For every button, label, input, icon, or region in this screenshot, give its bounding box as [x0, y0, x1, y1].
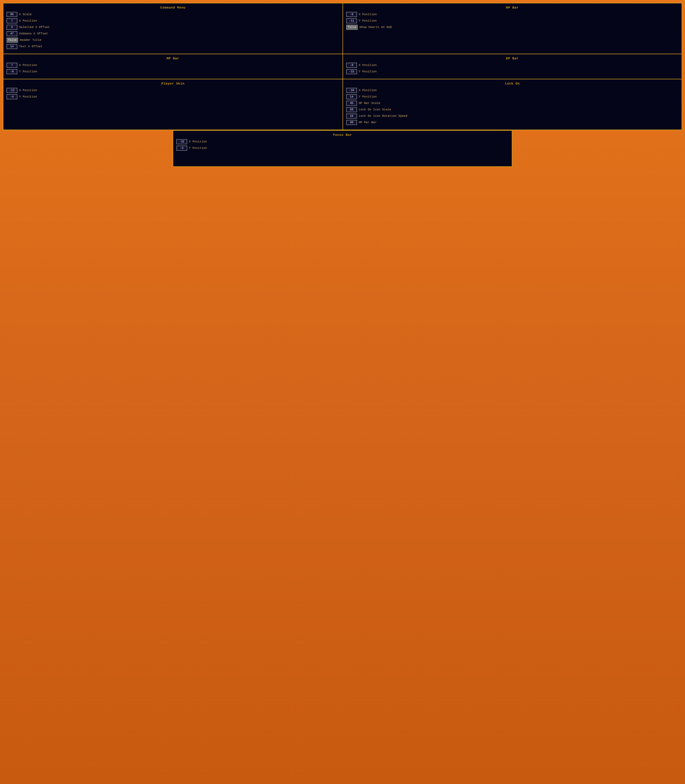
- field-value-0[interactable]: 7: [6, 63, 17, 68]
- field-value-1[interactable]: -8: [6, 69, 17, 74]
- field-value-1[interactable]: 7: [6, 18, 17, 23]
- lock-on-title: Lock On: [346, 82, 679, 85]
- bot-grid: Player Skin -12X Position-4Y Position Lo…: [3, 79, 682, 130]
- hp-bar-panel: HP Bar -8X Position-11Y PositionfalseSho…: [342, 3, 682, 53]
- field-label-4: Lock On Icon Rotation Speed: [359, 115, 407, 118]
- field-label-1: Y Position: [19, 95, 37, 99]
- field-row: -32X Position: [177, 139, 508, 144]
- mid-grid: MP Bar 7X Position-8Y Position DP Bar -8…: [3, 54, 682, 79]
- field-row: 16Lock On Icon Rotation Speed: [346, 113, 679, 118]
- field-value-0[interactable]: 95: [6, 12, 17, 17]
- command-menu-title: Command Menu: [6, 6, 339, 10]
- command-menu-panel: Command Menu 95X Scale7X Position5Select…: [3, 3, 342, 53]
- bottom-section: Focus Bar -32X Position-5Y Position: [3, 130, 682, 167]
- field-row: 50Lock On Icon Scale: [346, 107, 679, 112]
- dp-bar-title: DP Bar: [346, 57, 679, 60]
- field-label-3: Submenu X Offset: [19, 32, 48, 35]
- dp-bar-panel: DP Bar -8X Position-15Y Position: [342, 54, 682, 79]
- field-label-1: Y Position: [359, 19, 377, 23]
- field-value-4[interactable]: 16: [346, 113, 357, 118]
- field-label-5: Text X Offset: [19, 45, 42, 48]
- field-value-1[interactable]: -5: [177, 146, 187, 151]
- field-label-5: HP Per Bar: [359, 121, 377, 124]
- field-label-1: X Position: [19, 19, 37, 23]
- mp-bar-title: MP Bar: [6, 57, 339, 60]
- field-label-1: Y Position: [19, 70, 37, 73]
- field-row: falseShow hearts on HUD: [346, 25, 679, 30]
- field-label-0: X Position: [19, 64, 37, 67]
- field-value-0[interactable]: -8: [346, 63, 357, 68]
- player-skin-panel: Player Skin -12X Position-4Y Position: [3, 79, 342, 130]
- field-value-3[interactable]: 47: [6, 31, 17, 36]
- lock-on-panel: Lock On -10X Position14Y Position45HP Ba…: [342, 79, 682, 130]
- field-value-4[interactable]: false: [6, 37, 18, 43]
- field-value-1[interactable]: -11: [346, 18, 357, 23]
- field-value-0[interactable]: -8: [346, 12, 357, 17]
- focus-bar-panel: Focus Bar -32X Position-5Y Position: [173, 130, 512, 167]
- field-label-0: X Position: [19, 89, 37, 92]
- field-label-3: Lock On Icon Scale: [359, 108, 391, 111]
- field-row: 47Submenu X Offset: [6, 31, 339, 36]
- field-value-0[interactable]: -10: [346, 88, 357, 93]
- field-value-2[interactable]: 45: [346, 101, 357, 106]
- field-value-5[interactable]: 30: [346, 120, 357, 125]
- field-row: -11Y Position: [346, 18, 679, 23]
- field-row: 5Selected X Offset: [6, 25, 339, 30]
- field-label-1: Y Position: [359, 70, 377, 73]
- field-row: falseHeader Title: [6, 37, 339, 43]
- field-value-1[interactable]: -4: [6, 94, 17, 99]
- field-value-0[interactable]: -32: [177, 139, 187, 144]
- field-row: -8X Position: [346, 63, 679, 68]
- focus-bar-title: Focus Bar: [177, 133, 508, 137]
- field-row: 14Text X Offset: [6, 44, 339, 49]
- field-value-3[interactable]: 50: [346, 107, 357, 112]
- field-label-2: HP Bar Scale: [359, 102, 380, 105]
- field-label-0: X Scale: [19, 13, 32, 16]
- field-row: -10X Position: [346, 88, 679, 93]
- field-label-2: Show hearts on HUD: [359, 26, 392, 29]
- field-row: -4Y Position: [6, 94, 339, 99]
- field-label-1: Y Position: [359, 95, 377, 99]
- field-row: -8X Position: [346, 12, 679, 17]
- field-label-0: X Position: [359, 13, 377, 16]
- field-row: -8Y Position: [6, 69, 339, 74]
- field-row: 7X Position: [6, 63, 339, 68]
- field-row: 95X Scale: [6, 12, 339, 17]
- field-value-1[interactable]: 14: [346, 94, 357, 99]
- field-value-0[interactable]: -12: [6, 88, 17, 93]
- field-row: -12X Position: [6, 88, 339, 93]
- field-value-1[interactable]: -15: [346, 69, 357, 74]
- field-row: -15Y Position: [346, 69, 679, 74]
- field-label-4: Header Title: [20, 39, 41, 42]
- field-row: -5Y Position: [177, 146, 508, 151]
- field-row: 30HP Per Bar: [346, 120, 679, 125]
- field-label-2: Selected X Offset: [19, 26, 50, 29]
- field-row: 14Y Position: [346, 94, 679, 99]
- field-value-2[interactable]: 5: [6, 25, 17, 30]
- field-value-5[interactable]: 14: [6, 44, 17, 49]
- mp-bar-panel: MP Bar 7X Position-8Y Position: [3, 54, 342, 79]
- field-label-0: X Position: [359, 64, 377, 67]
- field-label-0: X Position: [359, 89, 377, 92]
- field-row: 7X Position: [6, 18, 339, 23]
- field-row: 45HP Bar Scale: [346, 101, 679, 106]
- top-grid: Command Menu 95X Scale7X Position5Select…: [3, 3, 682, 54]
- field-label-1: Y Position: [189, 147, 207, 150]
- field-value-2[interactable]: false: [346, 25, 358, 30]
- hp-bar-title: HP Bar: [346, 6, 679, 10]
- player-skin-title: Player Skin: [6, 82, 339, 85]
- field-label-0: X Position: [189, 140, 207, 143]
